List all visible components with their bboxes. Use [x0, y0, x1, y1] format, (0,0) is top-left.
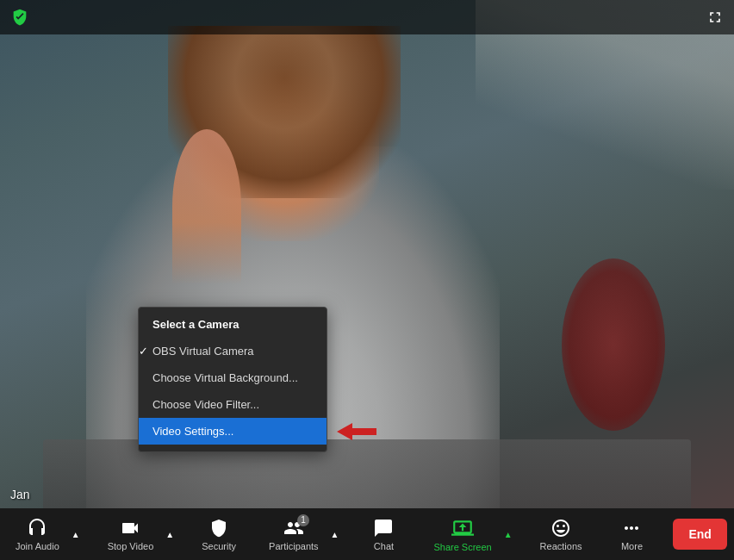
reactions-group: Reactions	[532, 514, 591, 555]
share-screen-label: Share Screen	[433, 542, 491, 552]
expand-button[interactable]	[706, 9, 724, 26]
virtual-bg-label: Choose Virtual Background...	[152, 371, 298, 384]
stop-video-button[interactable]: Stop Video	[99, 514, 163, 555]
participants-group: 1 Participants ▲	[260, 514, 342, 555]
red-arrow	[335, 421, 376, 442]
participants-button[interactable]: 1 Participants	[260, 514, 327, 555]
more-label: More	[621, 541, 643, 551]
chat-label: Chat	[374, 541, 394, 551]
chat-button[interactable]: Chat	[358, 514, 409, 555]
share-screen-group: Share Screen ▲	[425, 513, 515, 556]
shield-icon	[10, 8, 29, 27]
more-icon	[621, 518, 642, 538]
security-shield-icon	[208, 518, 229, 538]
participant-name: Jan	[10, 488, 30, 501]
stop-video-caret[interactable]: ▲	[162, 526, 177, 543]
reactions-icon	[550, 518, 571, 538]
reactions-button[interactable]: Reactions	[532, 514, 591, 555]
menu-item-obs-camera[interactable]: OBS Virtual Camera	[139, 338, 327, 364]
participants-count-badge: 1	[297, 514, 309, 526]
participants-label: Participants	[269, 541, 318, 551]
share-screen-button[interactable]: Share Screen	[425, 513, 500, 556]
join-audio-button[interactable]: Join Audio	[7, 514, 68, 555]
stop-video-group: Stop Video ▲	[99, 514, 178, 555]
toolbar: Join Audio ▲ Stop Video ▲ Security	[0, 508, 734, 560]
join-audio-label: Join Audio	[16, 541, 59, 551]
end-button[interactable]: End	[673, 519, 726, 550]
more-button[interactable]: More	[606, 514, 657, 555]
menu-item-virtual-bg[interactable]: Choose Virtual Background...	[139, 364, 327, 391]
security-label: Security	[202, 541, 236, 551]
expand-icon	[706, 9, 724, 26]
join-audio-caret[interactable]: ▲	[68, 526, 84, 543]
obs-camera-label: OBS Virtual Camera	[152, 345, 254, 358]
video-camera-icon	[120, 518, 140, 538]
video-area: Jan Select a Camera OBS Virtual Camera C…	[0, 0, 734, 508]
video-filter-label: Choose Video Filter...	[152, 398, 259, 411]
reactions-label: Reactions	[540, 541, 582, 551]
menu-title: Select a Camera	[139, 314, 327, 338]
top-bar	[0, 0, 734, 34]
join-audio-group: Join Audio ▲	[7, 514, 84, 555]
security-button[interactable]: Security	[193, 514, 245, 555]
svg-marker-0	[337, 423, 376, 440]
headphone-icon	[27, 518, 47, 538]
shield-icon-container	[10, 8, 29, 27]
more-group: More	[606, 514, 657, 555]
camera-context-menu: Select a Camera OBS Virtual Camera Choos…	[138, 307, 327, 452]
video-settings-label: Video Settings...	[152, 425, 233, 438]
participants-caret[interactable]: ▲	[327, 526, 343, 543]
participants-icon: 1	[283, 518, 304, 538]
stop-video-label: Stop Video	[108, 541, 154, 551]
menu-item-video-filter[interactable]: Choose Video Filter...	[139, 391, 327, 418]
share-screen-caret[interactable]: ▲	[501, 526, 516, 543]
chat-icon	[373, 518, 394, 538]
menu-item-video-settings[interactable]: Video Settings...	[139, 418, 327, 445]
security-group: Security	[193, 514, 245, 555]
share-screen-icon	[451, 517, 474, 539]
chat-group: Chat	[358, 514, 409, 555]
